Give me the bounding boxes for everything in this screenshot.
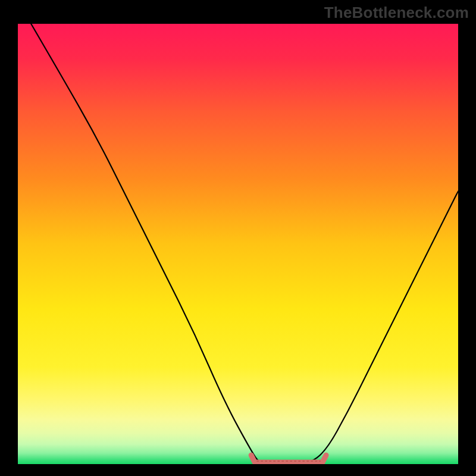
chart-frame: TheBottleneck.com [0, 0, 476, 476]
watermark-text: TheBottleneck.com [324, 4, 469, 22]
gradient-background [18, 24, 458, 464]
chart-svg [18, 24, 458, 464]
plot-area [18, 24, 458, 464]
